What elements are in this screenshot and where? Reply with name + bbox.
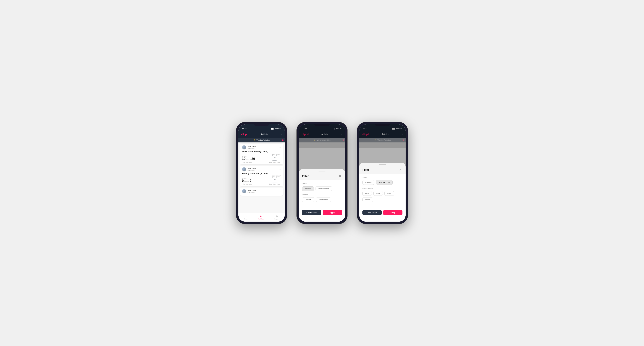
test-info-2: ℹ Test Information <box>242 183 252 185</box>
card-1-quality-block: Shot Quality 75 <box>272 154 281 161</box>
filter-modal-2: Filter ✕ Show Rounds Practice Drills <box>299 124 345 222</box>
card-2-title: Putting Combine (3-15 ft) <box>242 172 281 174</box>
show-section-2: Show Rounds Practice Drills <box>302 183 342 191</box>
user-date-3: 28 Feb 2023 <box>248 192 256 193</box>
quality-label-2: Shot Quality <box>272 175 281 177</box>
tab-activities[interactable]: ♟ Activities <box>258 215 264 220</box>
avatar-inner-3: JC <box>242 189 246 193</box>
home-icon: ⌂ <box>245 215 246 218</box>
modal-sheet-2: Filter ✕ Show Rounds Practice Drills <box>299 169 345 222</box>
out-of-1: OUT OF <box>246 159 251 160</box>
viewing-label-1: Viewing Activities <box>256 139 270 141</box>
rounds-btn-2[interactable]: Rounds <box>302 186 314 191</box>
data-source-2: Data: Clippd Capture <box>269 183 281 185</box>
modal-header-3: Filter ✕ <box>359 167 406 174</box>
rounds-btn-3[interactable]: Rounds <box>362 180 374 185</box>
phone-1: 11:33 ▌▌▌ WiFi 31 clippd Activity ≡ ⚡ Vi… <box>236 122 287 224</box>
ott-btn[interactable]: OTT <box>362 191 372 196</box>
show-section-3: Show Rounds Practice Drills <box>362 176 402 185</box>
modal-footer-3: Clear Filters Apply <box>359 207 406 218</box>
putt-btn[interactable]: PUTT <box>362 197 373 202</box>
card-2-footer: ℹ Test Information Data: Clippd Capture <box>242 183 281 185</box>
card-1-footer: ℹ Test Information Data: Clippd Capture <box>242 161 281 163</box>
apply-btn-3[interactable]: Apply <box>383 210 402 215</box>
red-dot-1 <box>282 140 284 141</box>
menu-icon-1[interactable]: ≡ <box>280 133 282 136</box>
modal-header-2: Filter ✕ <box>299 173 345 180</box>
drills-label-3: Practice Drills <box>362 187 402 189</box>
score-value-1: 10 <box>242 157 246 161</box>
card-1-score-block: Score 10 OUT OF 20 <box>242 156 255 161</box>
user-name-3: Josh Coles <box>248 190 256 192</box>
practice-round-btn-2[interactable]: Practice <box>302 197 314 202</box>
close-icon-3[interactable]: ✕ <box>398 168 402 172</box>
logo-1: clippd <box>241 133 248 136</box>
shots-value-1: 20 <box>251 157 255 161</box>
data-source-1: Data: Clippd Capture <box>269 161 281 163</box>
modal-bottom-3 <box>359 218 406 222</box>
modal-bottom-2 <box>299 218 345 222</box>
card-3-dots[interactable]: ••• <box>279 190 281 192</box>
score-value-2: 0 <box>242 179 244 182</box>
card-1-user: JC Josh Coles 28 Feb 2023 <box>242 145 256 150</box>
filter-icon-1: ⚡ <box>253 139 255 141</box>
user-name-1: Josh Coles <box>248 146 256 148</box>
phone-3: 11:33 ▌▌▌ WiFi 31 clippd Activity ≡ ⚡ Vi… <box>357 122 408 224</box>
app-btn[interactable]: APP <box>374 191 383 196</box>
filter-modal-3: Filter ✕ Show Rounds Practice Drills <box>359 124 406 222</box>
activities-label: Activities <box>258 218 264 220</box>
tab-capture[interactable]: ⊕ Capture <box>274 215 280 220</box>
shots-value-2: 9 <box>250 179 251 182</box>
tab-home[interactable]: ⌂ Home <box>244 215 248 220</box>
card-2-dots[interactable]: ••• <box>279 168 281 171</box>
show-label-2: Show <box>302 183 342 185</box>
nav-bar-1: clippd Activity ≡ <box>238 131 285 138</box>
viewing-bar-1[interactable]: ⚡ Viewing Activities <box>238 138 285 143</box>
score-label-1: Score <box>242 156 255 157</box>
battery-icon: 31 <box>280 128 281 130</box>
card-1-header: JC Josh Coles 28 Feb 2023 ••• <box>242 145 281 150</box>
card-1-stats: Score 10 OUT OF 20 Shot Quality 75 <box>242 154 281 161</box>
activity-list-1: JC Josh Coles 28 Feb 2023 ••• Must Make … <box>238 143 285 213</box>
card-2-quality-block: Shot Quality 45 <box>272 175 281 182</box>
card-1-dots[interactable]: ••• <box>279 146 281 149</box>
quality-label-1: Shot Quality <box>272 154 281 155</box>
card-3-header: JC Josh Coles 28 Feb 2023 ••• <box>242 189 281 193</box>
apply-btn-2[interactable]: Apply <box>323 210 342 215</box>
avatar-3: JC <box>242 189 246 193</box>
phone-2-screen: 11:33 ▌▌▌ WiFi 31 clippd Activity ≡ ⚡ Vi… <box>299 124 345 222</box>
practice-drills-btn-3[interactable]: Practice Drills <box>376 180 393 185</box>
phone-1-screen: 11:33 ▌▌▌ WiFi 31 clippd Activity ≡ ⚡ Vi… <box>238 124 285 222</box>
test-info-1: ℹ Test Information <box>242 161 252 163</box>
scene: 11:33 ▌▌▌ WiFi 31 clippd Activity ≡ ⚡ Vi… <box>224 110 420 236</box>
clear-filters-btn-3[interactable]: Clear Filters <box>362 210 382 215</box>
user-info-3: Josh Coles 28 Feb 2023 <box>248 190 256 193</box>
user-info-1: Josh Coles 28 Feb 2023 <box>248 146 256 149</box>
activities-icon: ♟ <box>260 215 262 218</box>
tournament-btn-2[interactable]: Tournament <box>316 197 331 202</box>
activity-card-1: JC Josh Coles 28 Feb 2023 ••• Must Make … <box>240 144 283 164</box>
score-inline-1: 10 OUT OF 20 <box>242 157 255 161</box>
arg-btn[interactable]: ARG <box>384 191 394 196</box>
notch-1 <box>254 122 270 126</box>
filter-title-3: Filter <box>362 168 369 172</box>
rounds-label-2: Rounds <box>302 194 342 196</box>
clear-filters-btn-2[interactable]: Clear Filters <box>302 210 321 215</box>
card-2-score-block: Score 0 OUT OF 9 <box>242 178 251 182</box>
modal-body-3: Show Rounds Practice Drills Practice Dri… <box>359 174 406 207</box>
close-icon-2[interactable]: ✕ <box>338 174 342 178</box>
show-buttons-3: Rounds Practice Drills <box>362 180 402 185</box>
rounds-buttons-2: Practice Tournament <box>302 197 342 202</box>
signal-icon: ▌▌▌ <box>271 128 274 130</box>
rounds-section-2: Rounds Practice Tournament <box>302 194 342 202</box>
modal-footer-2: Clear Filters Apply <box>299 207 345 218</box>
filter-title-2: Filter <box>302 174 309 178</box>
out-of-2: OUT OF <box>244 181 249 182</box>
activity-card-2: JC Josh Coles 28 Feb 2023 ••• Putting Co… <box>240 166 283 186</box>
user-name-2: Josh Coles <box>248 168 256 170</box>
capture-icon: ⊕ <box>276 215 278 218</box>
drills-section-3: Practice Drills OTT APP ARG PUTT <box>362 187 402 202</box>
modal-sheet-3: Filter ✕ Show Rounds Practice Drills <box>359 163 406 222</box>
avatar-inner-2: JC <box>242 167 246 171</box>
practice-drills-btn-2[interactable]: Practice Drills <box>316 186 332 191</box>
